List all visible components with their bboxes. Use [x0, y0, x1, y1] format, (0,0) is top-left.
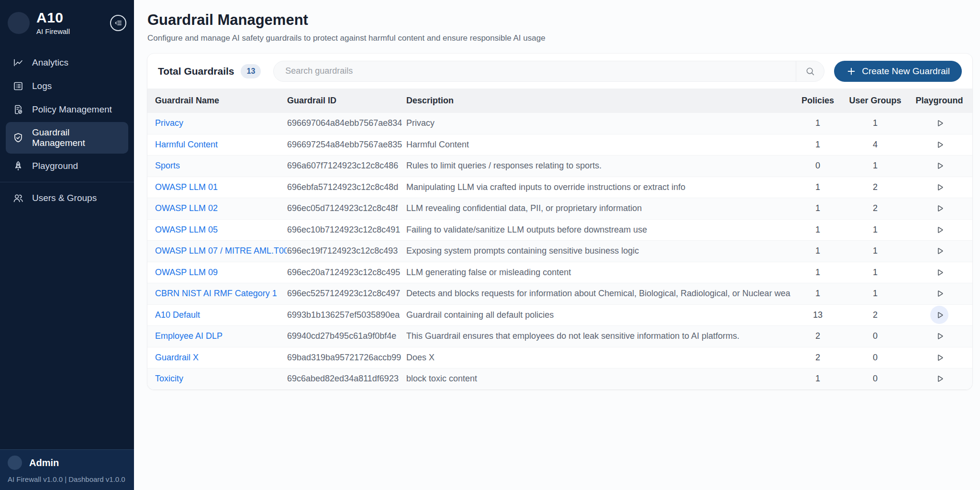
create-new-guardrail-button[interactable]: Create New Guardrail: [834, 61, 962, 82]
sidebar-item-label: Policy Management: [32, 104, 112, 115]
guardrail-id: 696ec05d7124923c12c8c48f: [287, 203, 406, 213]
table-row: OWASP LLM 09 696ec20a7124923c12c8c495 LL…: [147, 262, 972, 283]
table-row: OWASP LLM 07 / MITRE AML.T005… 696ec19f7…: [147, 240, 972, 262]
column-header-guardrail-name: Guardrail Name: [155, 96, 287, 106]
search-button[interactable]: [796, 61, 824, 81]
guardrail-name-link[interactable]: A10 Default: [155, 310, 200, 320]
search-icon: [805, 66, 815, 77]
policies-count: 1: [791, 203, 844, 213]
playground-run-button[interactable]: [930, 327, 948, 345]
sidebar-nav: Analytics Logs Policy Management Guardra…: [0, 44, 134, 211]
guardrail-name-link[interactable]: Privacy: [155, 118, 183, 128]
playground-run-button[interactable]: [930, 306, 948, 324]
sidebar-footer: Admin AI Firewall v1.0.0 | Dashboard v1.…: [0, 449, 134, 490]
table-row: Employee AI DLP 69940cd27b495c61a9f0bf4e…: [147, 325, 972, 347]
playground-run-button[interactable]: [930, 242, 948, 260]
play-icon: [934, 160, 945, 171]
guardrail-name-link[interactable]: Toxicity: [155, 374, 183, 383]
user-profile: Admin: [8, 456, 126, 470]
table-row: Sports 696a607f7124923c12c8c486 Rules to…: [147, 155, 972, 177]
sidebar-item-policy-management[interactable]: Policy Management: [6, 99, 128, 121]
playground-run-button[interactable]: [930, 157, 948, 175]
table-row: CBRN NIST AI RMF Category 1 696ec5257124…: [147, 283, 972, 304]
total-guardrails-label: Total Guardrails: [158, 66, 234, 77]
play-icon: [934, 331, 945, 342]
guardrail-description: Harmful Content: [406, 140, 791, 150]
policies-count: 1: [791, 246, 844, 256]
sidebar-item-playground[interactable]: Playground: [6, 155, 128, 177]
sidebar-item-guardrail-management[interactable]: Guardrail Management: [6, 122, 128, 154]
playground-run-button[interactable]: [930, 221, 948, 239]
list-icon: [12, 80, 24, 92]
main-content: Guardrail Management Configure and manag…: [134, 0, 980, 490]
sidebar-item-label: Analytics: [32, 57, 68, 68]
guardrail-id: 696ec10b7124923c12c8c491: [287, 225, 406, 235]
search-input[interactable]: [274, 61, 796, 81]
sidebar-collapse-button[interactable]: [110, 15, 126, 31]
sidebar-item-logs[interactable]: Logs: [6, 75, 128, 97]
user-groups-count: 2: [844, 203, 906, 213]
play-icon: [934, 267, 945, 278]
app-window: A10 AI Firewall Analytics Logs Policy Ma…: [0, 0, 980, 490]
guardrail-id: 696ec5257124923c12c8c497: [287, 289, 406, 299]
table-row: OWASP LLM 01 696ebfa57124923c12c8c48d Ma…: [147, 177, 972, 198]
table-row: OWASP LLM 02 696ec05d7124923c12c8c48f LL…: [147, 198, 972, 219]
guardrail-name-link[interactable]: OWASP LLM 01: [155, 182, 218, 192]
play-icon: [934, 373, 945, 384]
playground-run-button[interactable]: [930, 114, 948, 133]
table-row: Privacy 696697064a84ebb7567ae834 Privacy…: [147, 112, 972, 134]
table-row: OWASP LLM 05 696ec10b7124923c12c8c491 Fa…: [147, 219, 972, 241]
guardrail-name-link[interactable]: Guardrail X: [155, 353, 199, 362]
guardrail-name-link[interactable]: OWASP LLM 09: [155, 267, 218, 277]
guardrail-id: 696a607f7124923c12c8c486: [287, 161, 406, 171]
policies-count: 13: [791, 310, 844, 320]
guardrail-id: 69940cd27b495c61a9f0bf4e: [287, 331, 406, 341]
guardrail-name-link[interactable]: OWASP LLM 02: [155, 203, 218, 213]
column-header-playground: Playground: [906, 96, 972, 106]
sidebar-item-label: Playground: [32, 161, 78, 171]
playground-run-button[interactable]: [930, 370, 948, 388]
users-icon: [12, 192, 24, 204]
guardrail-id: 696ec19f7124923c12c8c493: [287, 246, 406, 256]
page-subtitle: Configure and manage AI safety guardrail…: [147, 33, 972, 44]
guardrail-description: This Guardrail ensures that employees do…: [406, 331, 791, 341]
rocket-icon: [12, 160, 24, 172]
playground-run-button[interactable]: [930, 285, 948, 303]
guardrails-card: Total Guardrails 13 Create New Guar: [147, 54, 972, 390]
column-header-user-groups: User Groups: [844, 96, 906, 106]
guardrail-name-link[interactable]: Employee AI DLP: [155, 331, 223, 341]
guardrail-name-link[interactable]: OWASP LLM 05: [155, 225, 218, 234]
guardrail-name-link[interactable]: Harmful Content: [155, 140, 218, 149]
search-bar: [273, 61, 824, 82]
policies-count: 1: [791, 267, 844, 278]
guardrail-description: Failing to validate/sanitize LLM outputs…: [406, 225, 791, 235]
policies-count: 1: [791, 374, 844, 384]
sidebar: A10 AI Firewall Analytics Logs Policy Ma…: [0, 0, 134, 490]
playground-run-button[interactable]: [930, 200, 948, 218]
guardrail-name-link[interactable]: Sports: [155, 161, 180, 170]
playground-run-button[interactable]: [930, 135, 948, 154]
table-body: Privacy 696697064a84ebb7567ae834 Privacy…: [147, 112, 972, 390]
play-icon: [934, 118, 945, 129]
playground-run-button[interactable]: [930, 348, 948, 367]
avatar: [8, 456, 22, 470]
user-groups-count: 1: [844, 161, 906, 171]
play-icon: [934, 245, 945, 256]
playground-run-button[interactable]: [930, 178, 948, 196]
guardrail-name-link[interactable]: CBRN NIST AI RMF Category 1: [155, 289, 277, 298]
sidebar-item-users-groups[interactable]: Users & Groups: [6, 187, 128, 209]
user-name: Admin: [29, 457, 59, 468]
sidebar-item-analytics[interactable]: Analytics: [6, 52, 128, 74]
guardrail-description: LLM generating false or misleading conte…: [406, 267, 791, 278]
user-groups-count: 1: [844, 289, 906, 299]
shield-check-icon: [12, 132, 24, 144]
policies-count: 1: [791, 225, 844, 235]
sidebar-item-label: Guardrail Management: [32, 127, 122, 148]
guardrail-name-link[interactable]: OWASP LLM 07 / MITRE AML.T005…: [155, 246, 287, 256]
play-icon: [934, 352, 945, 363]
version-text: AI Firewall v1.0.0 | Dashboard v1.0.0: [8, 475, 126, 483]
playground-run-button[interactable]: [930, 263, 948, 281]
guardrail-id: 69bad319ba95721726accb99: [287, 353, 406, 363]
logo-avatar: [8, 12, 30, 34]
page-title: Guardrail Management: [147, 11, 972, 29]
